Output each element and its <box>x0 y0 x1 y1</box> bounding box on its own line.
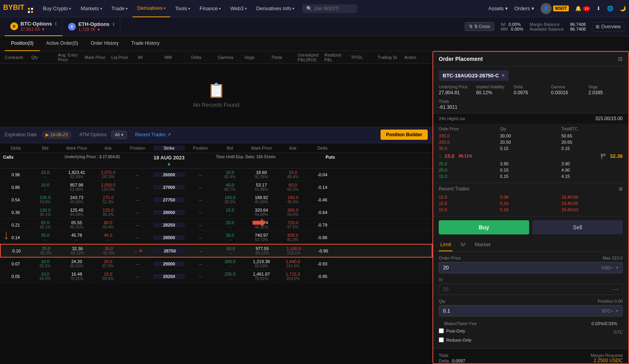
ob-sell-price[interactable]: 330.0 <box>439 140 500 145</box>
eth-options-ticker[interactable]: E ETH-Options ℹ 1,729.78 ▼ <box>63 17 120 36</box>
expiry-date-selector[interactable]: ▶ 18-08-23 <box>42 131 72 139</box>
put-bid[interactable]: 15.0-- <box>216 208 244 217</box>
tab-iv[interactable]: IV <box>459 238 467 251</box>
tab-position[interactable]: Position(0) <box>5 36 40 51</box>
put-ask[interactable]: 830.081.0% <box>279 233 307 242</box>
call-ask[interactable]: 1,050.0120.0% <box>94 183 122 192</box>
put-bid[interactable]: 160.039.5% <box>216 195 244 204</box>
strike-value[interactable]: 28000 <box>153 210 185 215</box>
call-bid[interactable]: 130.045.1% <box>31 208 59 217</box>
call-ask[interactable]: 45.0-- <box>94 233 122 242</box>
call-bid[interactable]: 10.055.5% <box>31 259 59 268</box>
order-price-input[interactable] <box>443 265 600 271</box>
language-button[interactable]: 🌐 <box>607 5 613 11</box>
strike-value[interactable]: 29250 <box>153 274 185 279</box>
overview-button[interactable]: ⊞ Overview <box>592 22 624 31</box>
strike-value[interactable]: 27750 <box>153 198 185 202</box>
search-input[interactable] <box>314 6 353 11</box>
strike-value[interactable]: 28750 <box>154 249 186 253</box>
order-panel-minimize[interactable]: ⊟ <box>618 56 623 62</box>
orders-button[interactable]: Orders ▾ <box>514 5 534 11</box>
call-bid[interactable]: 65.046.1% <box>31 220 59 229</box>
nav-derivatives-info[interactable]: Derivatives Info▾ <box>252 0 300 17</box>
buy-button[interactable]: Buy <box>439 220 529 234</box>
qty-input[interactable] <box>443 308 600 314</box>
atm-options-selector[interactable]: All ▾ <box>111 131 127 139</box>
qty-stepper[interactable]: −+ <box>611 308 618 314</box>
strike-value[interactable]: 29000 <box>153 262 185 266</box>
put-bid[interactable]: 265.0-- <box>216 259 244 268</box>
strike-value[interactable]: 27000 <box>153 185 185 190</box>
put-ask[interactable]: 720.097.5% <box>279 220 307 229</box>
put-bid[interactable]: 45.060.7% <box>216 183 244 192</box>
put-ask[interactable]: 60.066.5% <box>279 183 307 192</box>
tab-order-history[interactable]: Order History <box>85 36 125 51</box>
qty-field[interactable]: BTC −+ <box>439 305 623 316</box>
nav-finance[interactable]: Finance▾ <box>195 0 226 17</box>
call-ask[interactable]: 25.067.0% <box>94 259 122 268</box>
call-bid[interactable]: 235.043.8% <box>31 195 59 204</box>
put-bid[interactable]: 50.0-- <box>217 246 245 255</box>
theme-toggle[interactable]: 🌙 <box>620 5 626 11</box>
put-bid[interactable]: 10.082.4% <box>216 170 244 179</box>
nav-derivatives[interactable]: Derivatives▾ <box>132 0 170 17</box>
call-bid[interactable]: 10.0-- <box>31 183 59 192</box>
close-position-icon[interactable]: ✕ <box>139 248 143 254</box>
call-ask[interactable]: 80.050.4% <box>94 220 122 229</box>
strike-value[interactable]: 28500 <box>153 235 185 240</box>
minus-icon[interactable]: − <box>611 308 613 314</box>
put-bid[interactable]: 30.0-- <box>216 233 244 242</box>
call-ask[interactable]: 35.061.4% <box>95 246 123 255</box>
reduce-only-checkbox[interactable] <box>439 337 444 342</box>
tab-limit[interactable]: Limit <box>439 238 452 251</box>
call-bid[interactable]: 10.0-- <box>31 170 59 179</box>
minus-icon[interactable]: − <box>611 265 613 271</box>
order-price-stepper[interactable]: −+ <box>611 265 618 271</box>
call-position-actions[interactable]: -- ✕ <box>123 248 154 254</box>
plus-icon[interactable]: + <box>616 265 618 271</box>
expand-icon[interactable]: ⊞ <box>619 186 623 192</box>
call-ask[interactable]: 2,075.0197.0% <box>94 170 122 179</box>
notifications-button[interactable]: 🔔 19 <box>575 5 590 11</box>
recent-trades-link[interactable]: Recent Trades ↗ <box>135 132 171 137</box>
post-only-checkbox[interactable] <box>439 328 444 333</box>
iv-input[interactable] <box>443 286 583 292</box>
call-bid[interactable]: 10.064.6% <box>31 272 59 281</box>
nav-web3[interactable]: Web3▾ <box>226 0 252 17</box>
position-builder-button[interactable]: Position Builder <box>381 130 428 140</box>
ob-buy-price[interactable]: 20.0 <box>439 168 500 172</box>
strike-value[interactable]: 28250 <box>153 223 185 227</box>
nav-tools[interactable]: Tools▾ <box>170 0 195 17</box>
put-ask[interactable]: 15.088.4% <box>279 170 307 179</box>
btc-options-ticker[interactable]: B BTC-Options ℹ 27,811.63 ▼ <box>5 17 63 36</box>
put-ask[interactable]: 365.054.0% <box>279 208 307 217</box>
avatar-button[interactable]: 👤 WSOT <box>541 3 569 14</box>
nav-trade[interactable]: Trade▾ <box>107 0 132 17</box>
ob-buy-price[interactable]: 15.0 <box>439 174 500 179</box>
call-ask[interactable]: 275.052.3% <box>94 195 122 204</box>
put-ask[interactable]: 1,715.0163.5% <box>279 272 307 281</box>
download-button[interactable]: ⬇ <box>596 5 601 11</box>
cross-button[interactable]: ⇅ ⇅ Cross <box>465 22 495 31</box>
ob-sell-price[interactable]: 35.0 <box>439 146 500 151</box>
nav-buy-crypto[interactable]: Buy Crypto▾ <box>38 0 76 17</box>
tab-market[interactable]: Market <box>473 238 492 251</box>
search-box[interactable]: 🔍 <box>302 4 357 13</box>
put-ask[interactable]: 1,160.0118.1% <box>280 246 307 255</box>
put-bid[interactable]: 235.0-- <box>216 272 244 281</box>
iv-field[interactable]: ⟶ <box>439 284 623 295</box>
call-ask[interactable]: 15.069.6% <box>94 272 122 281</box>
sell-button[interactable]: Sell <box>532 220 623 234</box>
contract-close-icon[interactable]: ✕ <box>501 73 505 78</box>
order-price-field[interactable]: USD −+ <box>439 262 623 273</box>
put-ask[interactable]: 1,440.0141.6% <box>279 259 307 268</box>
call-ask[interactable]: 135.046.2% <box>94 208 122 217</box>
tab-trade-history[interactable]: Trade History <box>125 36 166 51</box>
call-bid[interactable]: 35.0-- <box>31 233 59 242</box>
call-bid[interactable]: 25.056.3% <box>32 246 60 255</box>
plus-icon[interactable]: + <box>616 308 618 314</box>
strike-value[interactable]: 26000 <box>153 172 185 177</box>
ob-buy-price[interactable]: 25.0 <box>439 161 500 166</box>
nav-markets[interactable]: Markets▾ <box>76 0 107 17</box>
put-ask[interactable]: 190.045.9% <box>279 195 307 204</box>
